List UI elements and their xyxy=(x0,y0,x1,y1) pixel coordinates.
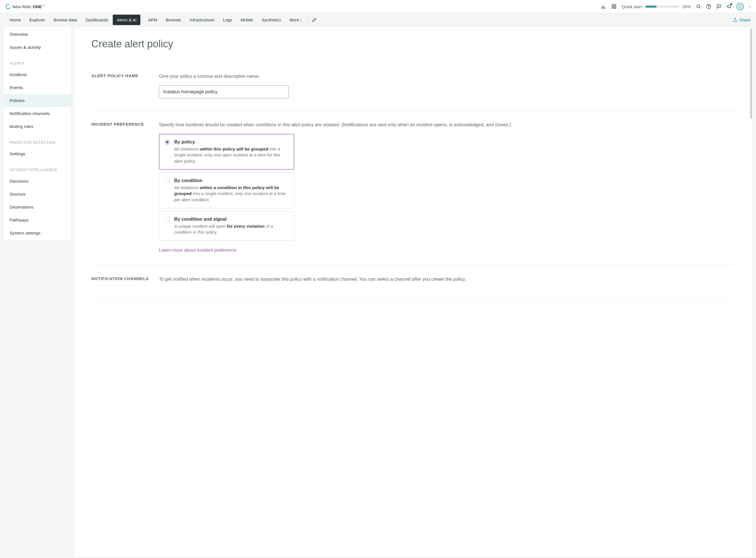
user-avatar[interactable] xyxy=(736,3,744,10)
progress-fill xyxy=(645,6,656,8)
help-icon[interactable] xyxy=(706,4,711,9)
top-header: New Relic ONE™ Quick start 33% xyxy=(0,0,756,13)
learn-more-link[interactable]: Learn more about incident preference xyxy=(159,248,736,253)
share-button[interactable]: Share xyxy=(733,18,750,22)
option-desc: All violations within a condition in thi… xyxy=(174,184,288,203)
policy-name-label: ALERT POLICY NAME xyxy=(91,73,159,98)
chevron-down-icon: ▾ xyxy=(300,19,301,22)
incident-pref-label: INCIDENT PREFERENCE xyxy=(91,121,159,253)
edit-nav-icon[interactable] xyxy=(312,18,317,23)
quick-start[interactable]: Quick start 33% xyxy=(622,4,691,9)
nav-infrastructure[interactable]: Infrastructure xyxy=(186,15,219,25)
sidebar-section-proactive: PROACTIVE DETECTION xyxy=(3,133,71,147)
sidebar-pathways[interactable]: Pathways xyxy=(3,213,71,227)
chart-icon[interactable] xyxy=(601,4,606,9)
svg-rect-5 xyxy=(614,4,616,6)
nav-synthetics[interactable]: Synthetics xyxy=(258,15,285,25)
share-icon xyxy=(733,18,737,22)
sidebar: Overview Issues & activity ALERTS Incide… xyxy=(3,27,71,241)
sidebar-policies[interactable]: Policies xyxy=(3,94,71,107)
radio-icon xyxy=(165,140,170,145)
nav-dashboards[interactable]: Dashboards xyxy=(81,15,112,25)
incident-pref-help: Specify how incidents should be created … xyxy=(159,121,736,128)
main-container: Overview Issues & activity ALERTS Incide… xyxy=(0,27,756,558)
nav-alerts-ai[interactable]: Alerts & AI xyxy=(113,15,141,25)
nav-divider-2 xyxy=(307,17,307,23)
section-policy-name: ALERT POLICY NAME Give your policy a con… xyxy=(91,62,736,111)
progress-bar xyxy=(645,6,679,8)
option-title: By condition and signal xyxy=(174,217,288,222)
svg-point-11 xyxy=(708,7,709,8)
sidebar-muting-rules[interactable]: Muting rules xyxy=(3,120,71,133)
radio-icon xyxy=(165,217,170,222)
logo-text: New Relic ONE™ xyxy=(12,4,45,9)
announcements-icon[interactable] xyxy=(726,4,731,9)
nav-mobile[interactable]: Mobile xyxy=(237,15,257,25)
header-left: New Relic ONE™ xyxy=(6,4,45,9)
nav-logs[interactable]: Logs xyxy=(219,15,236,25)
policy-name-help: Give your policy a concise and descripti… xyxy=(159,73,736,80)
incident-pref-options: By policy All violations within this pol… xyxy=(159,134,736,241)
user-dropdown-caret[interactable]: ▾ xyxy=(749,5,750,8)
content-pane: Create alert policy ALERT POLICY NAME Gi… xyxy=(74,27,753,557)
sidebar-settings[interactable]: Settings xyxy=(3,147,71,160)
newrelic-logo-icon xyxy=(5,3,11,9)
sidebar-section-alerts: ALERTS xyxy=(3,54,71,68)
nav-items: Home Explorer Browse data Dashboards Ale… xyxy=(6,15,317,25)
option-title: By policy xyxy=(174,139,288,145)
svg-point-8 xyxy=(697,5,700,8)
quick-start-label: Quick start xyxy=(622,4,642,9)
sidebar-issues-activity[interactable]: Issues & activity xyxy=(3,41,71,54)
option-title: By condition xyxy=(174,178,288,183)
option-by-condition-signal[interactable]: By condition and signal A unique inciden… xyxy=(159,211,294,241)
nav-browser[interactable]: Browser xyxy=(162,15,185,25)
scrollbar[interactable] xyxy=(750,28,752,119)
header-right: Quick start 33% ▾ xyxy=(601,3,750,10)
notif-channels-help: To get notified when incidents occur, yo… xyxy=(159,276,736,283)
nav-more[interactable]: More▾ xyxy=(285,15,305,25)
search-icon[interactable] xyxy=(696,4,701,9)
sidebar-overview[interactable]: Overview xyxy=(3,28,71,41)
section-notification-channels: NOTIFICATION CHANNELS To get notified wh… xyxy=(91,265,736,301)
svg-line-9 xyxy=(699,7,701,8)
nav-explorer[interactable]: Explorer xyxy=(25,15,49,25)
radio-icon xyxy=(165,178,170,183)
option-desc: All violations within this policy will b… xyxy=(174,146,288,164)
sidebar-system-settings[interactable]: System settings xyxy=(3,227,71,239)
logo[interactable]: New Relic ONE™ xyxy=(6,4,45,9)
option-by-condition[interactable]: By condition All violations within a con… xyxy=(159,173,294,208)
sidebar-notification-channels[interactable]: Notification channels xyxy=(3,107,71,120)
progress-pct: 33% xyxy=(682,4,691,9)
notif-channels-label: NOTIFICATION CHANNELS xyxy=(91,276,159,288)
nav-browse-data[interactable]: Browse data xyxy=(50,15,81,25)
sidebar-decisions[interactable]: Decisions xyxy=(3,175,71,188)
sidebar-sources[interactable]: Sources xyxy=(3,188,71,201)
apps-icon[interactable] xyxy=(611,4,616,9)
svg-rect-6 xyxy=(612,7,614,8)
sidebar-events[interactable]: Events xyxy=(3,81,71,94)
nav-apm[interactable]: APM xyxy=(144,15,161,25)
feedback-icon[interactable] xyxy=(716,4,721,9)
page-title: Create alert policy xyxy=(91,38,736,50)
sidebar-incidents[interactable]: Incidents xyxy=(3,68,71,81)
svg-rect-4 xyxy=(612,4,614,6)
option-desc: A unique incident will open for every vi… xyxy=(174,223,288,235)
policy-name-input[interactable] xyxy=(159,85,288,98)
sidebar-destinations[interactable]: Destinations xyxy=(3,201,71,213)
nav-bar: Home Explorer Browse data Dashboards Ale… xyxy=(0,13,756,27)
svg-rect-7 xyxy=(614,7,616,8)
section-incident-preference: INCIDENT PREFERENCE Specify how incident… xyxy=(91,111,736,265)
share-label: Share xyxy=(739,18,750,22)
option-by-policy[interactable]: By policy All violations within this pol… xyxy=(159,134,294,170)
nav-home[interactable]: Home xyxy=(6,15,25,25)
sidebar-section-intelligence: INCIDENT INTELLIGENCE xyxy=(3,160,71,175)
